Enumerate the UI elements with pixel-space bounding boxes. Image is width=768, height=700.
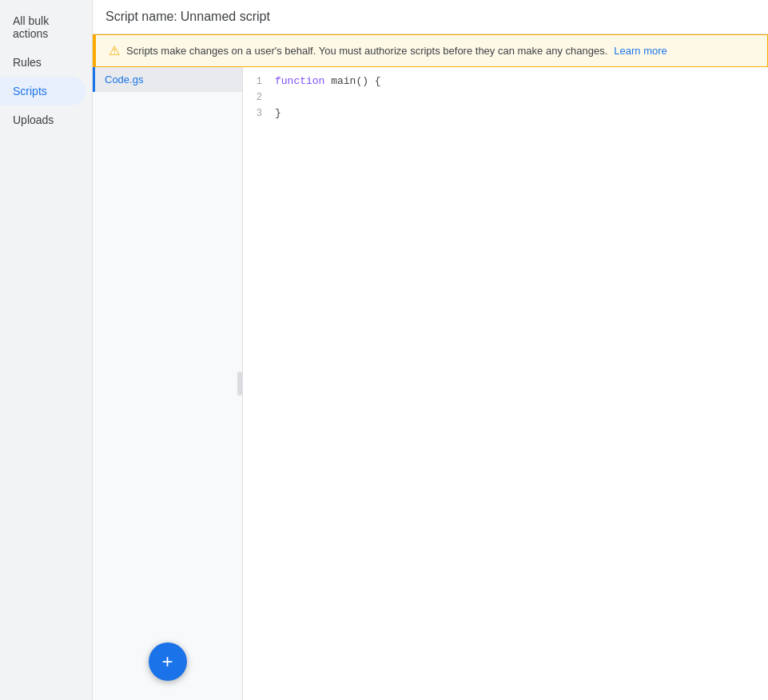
warning-banner: ⚠ Scripts make changes on a user's behal… (93, 34, 768, 67)
editor-area: Code.gs + 1 function main() { 2 (93, 67, 768, 700)
code-line-2: 2 (243, 89, 768, 105)
line-content-1: function main() { (275, 74, 381, 89)
sidebar-item-rules[interactable]: Rules (0, 48, 86, 77)
script-header: Script name: Unnamed script (93, 0, 768, 34)
sidebar-item-all-bulk-actions[interactable]: All bulk actions (0, 6, 86, 48)
line-content-2 (275, 89, 281, 105)
learn-more-link[interactable]: Learn more (614, 45, 667, 57)
line-content-3: } (275, 105, 281, 121)
script-name-label: Script name: (105, 10, 177, 24)
add-file-button[interactable]: + (149, 642, 187, 681)
resize-handle[interactable] (237, 372, 242, 396)
code-line-3: 3 } (243, 105, 768, 121)
script-name-value: Unnamed script (181, 10, 270, 24)
warning-text: Scripts make changes on a user's behalf.… (126, 45, 607, 57)
sidebar-item-scripts[interactable]: Scripts (0, 77, 86, 105)
sidebar-item-uploads[interactable]: Uploads (0, 105, 86, 134)
line-number-2: 2 (243, 89, 275, 105)
sidebar: All bulk actions Rules Scripts Uploads (0, 0, 93, 700)
file-item-code-gs[interactable]: Code.gs (93, 67, 242, 92)
main-content: Script name: Unnamed script ⚠ Scripts ma… (93, 0, 768, 700)
line-number-3: 3 (243, 105, 275, 121)
warning-icon: ⚠ (109, 43, 120, 58)
code-editor[interactable]: 1 function main() { 2 3 } (243, 67, 768, 700)
code-line-1: 1 function main() { (243, 74, 768, 89)
file-panel: Code.gs + (93, 67, 243, 700)
line-number-1: 1 (243, 74, 275, 89)
